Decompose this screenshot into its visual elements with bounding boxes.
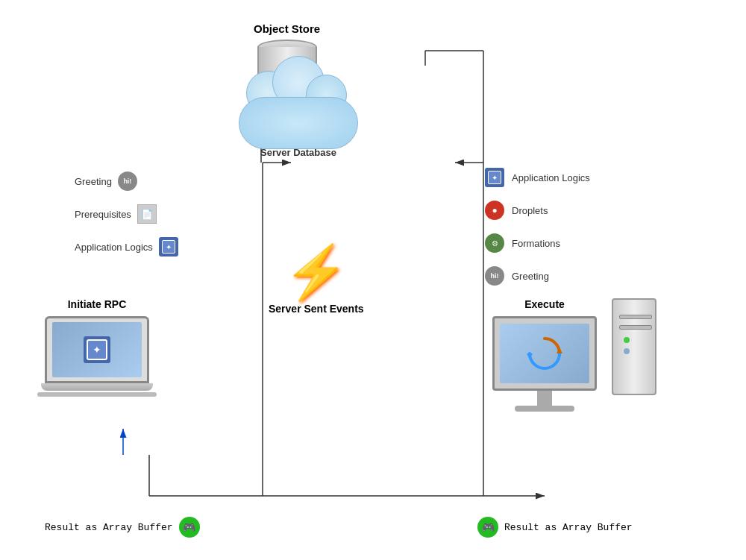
- laptop-base: [41, 383, 153, 391]
- left-applogics-text: Application Logics: [75, 242, 153, 253]
- server-database-label: Server Database: [224, 147, 373, 158]
- laptop-area: Initiate RPC ✦: [45, 298, 149, 397]
- cloud-wrapper: Server Database: [224, 67, 373, 172]
- execute-area: Execute: [492, 298, 597, 412]
- left-prerequisites-text: Prerequisites: [75, 209, 131, 220]
- right-formations-text: Formations: [512, 238, 560, 249]
- right-droplets-text: Droplets: [512, 205, 548, 216]
- gamepad-symbol-left: 🎮: [183, 521, 195, 534]
- droplet-icon: ●: [492, 205, 497, 215]
- laptop-icon-inner: ✦: [87, 339, 107, 360]
- result-right: 🎮 Result as Array Buffer: [477, 517, 633, 538]
- monitor: [492, 316, 597, 412]
- gamepad-symbol-right: 🎮: [482, 521, 495, 534]
- lightning-bolt-icon: ⚡: [269, 246, 364, 298]
- laptop-screen-inner: ✦: [52, 322, 142, 377]
- sse-label: Server Sent Events: [269, 303, 364, 315]
- right-droplets-item: ● Droplets: [485, 201, 590, 220]
- laptop-foot: [37, 392, 157, 397]
- right-greeting-item: hi! Greeting: [485, 266, 590, 286]
- doc-icon: 📄: [141, 209, 153, 220]
- applogic-star-right: ✦: [492, 174, 498, 182]
- initiate-rpc-label: Initiate RPC: [45, 298, 149, 310]
- monitor-bezel: [492, 316, 597, 391]
- cloud-shape: [231, 67, 366, 149]
- laptop-screen-bezel: ✦: [45, 316, 149, 383]
- formation-badge: ⚙: [485, 233, 504, 253]
- tower-light-green: [624, 337, 630, 343]
- applogic-inner-left: ✦: [162, 240, 175, 254]
- result-left-text: Result as Array Buffer: [45, 522, 173, 533]
- gamepad-icon-left: 🎮: [179, 517, 200, 538]
- laptop-icon-symbol: ✦: [93, 344, 101, 356]
- arrows-svg: [0, 0, 746, 560]
- tower-pc: [612, 298, 656, 395]
- left-prerequisites-item: Prerequisites 📄: [75, 204, 178, 224]
- applogic-inner-right: ✦: [488, 171, 501, 184]
- applogic-star-left: ✦: [166, 243, 172, 251]
- object-store-label: Object Store: [254, 22, 320, 35]
- right-formations-item: ⚙ Formations: [485, 233, 590, 253]
- tower-slot1: [619, 315, 652, 319]
- tower-slot2: [619, 325, 652, 330]
- result-right-text: Result as Array Buffer: [504, 522, 633, 533]
- right-greeting-text: Greeting: [512, 271, 549, 282]
- cloud-body: [239, 97, 358, 149]
- applogic-badge-right: ✦: [485, 168, 504, 187]
- gamepad-icon-right: 🎮: [477, 517, 498, 538]
- result-left: Result as Array Buffer 🎮: [45, 517, 200, 538]
- greeting-hi-badge-right: hi!: [485, 266, 504, 286]
- prerequisites-doc-badge: 📄: [137, 204, 157, 224]
- diagram-container: Object Store Server Database Greeting hi…: [0, 0, 746, 560]
- tower-light-blue: [624, 348, 630, 354]
- monitor-base: [515, 406, 574, 412]
- laptop-applogic-icon: ✦: [84, 336, 110, 363]
- greeting-hi-text-right: hi!: [491, 272, 499, 280]
- right-applogics-item: ✦ Application Logics: [485, 168, 590, 187]
- droplet-badge: ●: [485, 201, 504, 220]
- left-applogics-item: Application Logics ✦: [75, 237, 178, 257]
- right-applogics-text: Application Logics: [512, 172, 590, 183]
- right-labels: ✦ Application Logics ● Droplets ⚙ Format…: [485, 168, 590, 299]
- greeting-hi-text: hi!: [123, 177, 131, 185]
- laptop: ✦: [45, 316, 149, 397]
- left-greeting-item: Greeting hi!: [75, 172, 178, 191]
- formation-icon: ⚙: [492, 239, 498, 248]
- execute-label: Execute: [492, 298, 597, 310]
- applogic-badge-left: ✦: [159, 237, 178, 257]
- monitor-screen: [500, 324, 589, 383]
- greeting-hi-badge: hi!: [118, 172, 137, 191]
- sse-area: ⚡ Server Sent Events: [269, 246, 364, 315]
- monitor-stand: [537, 391, 552, 406]
- left-greeting-text: Greeting: [75, 176, 112, 187]
- refresh-icon: [522, 331, 567, 376]
- left-labels: Greeting hi! Prerequisites 📄 Application…: [75, 172, 178, 270]
